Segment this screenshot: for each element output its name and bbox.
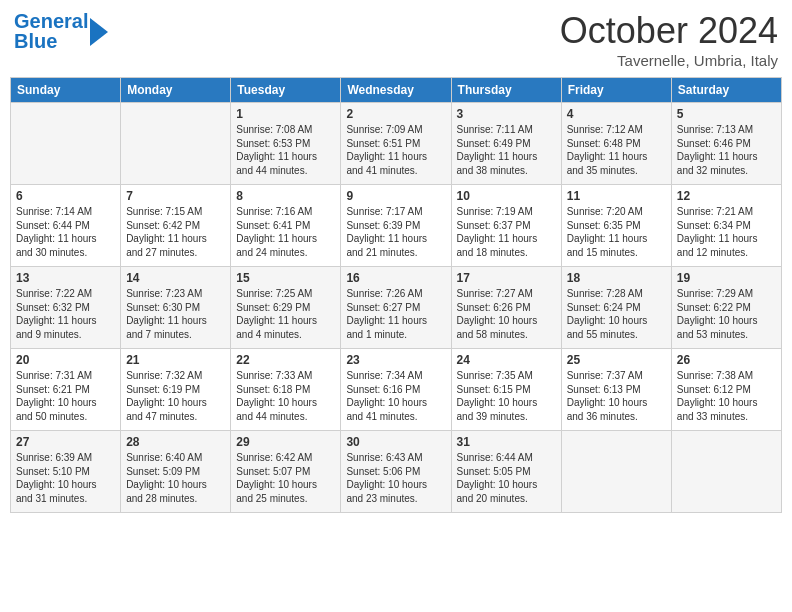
day-number: 19 [677, 271, 776, 285]
day-number: 7 [126, 189, 225, 203]
day-number: 12 [677, 189, 776, 203]
calendar-cell [561, 431, 671, 513]
day-detail: Sunrise: 7:12 AMSunset: 6:48 PMDaylight:… [567, 123, 666, 177]
day-detail: Sunrise: 7:29 AMSunset: 6:22 PMDaylight:… [677, 287, 776, 341]
day-detail: Sunrise: 7:11 AMSunset: 6:49 PMDaylight:… [457, 123, 556, 177]
calendar-cell: 12Sunrise: 7:21 AMSunset: 6:34 PMDayligh… [671, 185, 781, 267]
day-number: 31 [457, 435, 556, 449]
day-number: 9 [346, 189, 445, 203]
day-detail: Sunrise: 7:23 AMSunset: 6:30 PMDaylight:… [126, 287, 225, 341]
calendar-cell: 24Sunrise: 7:35 AMSunset: 6:15 PMDayligh… [451, 349, 561, 431]
day-number: 17 [457, 271, 556, 285]
day-number: 26 [677, 353, 776, 367]
day-number: 1 [236, 107, 335, 121]
calendar-cell: 23Sunrise: 7:34 AMSunset: 6:16 PMDayligh… [341, 349, 451, 431]
calendar-cell: 3Sunrise: 7:11 AMSunset: 6:49 PMDaylight… [451, 103, 561, 185]
day-number: 30 [346, 435, 445, 449]
day-detail: Sunrise: 7:34 AMSunset: 6:16 PMDaylight:… [346, 369, 445, 423]
day-detail: Sunrise: 7:15 AMSunset: 6:42 PMDaylight:… [126, 205, 225, 259]
day-detail: Sunrise: 7:28 AMSunset: 6:24 PMDaylight:… [567, 287, 666, 341]
day-detail: Sunrise: 7:22 AMSunset: 6:32 PMDaylight:… [16, 287, 115, 341]
day-detail: Sunrise: 7:17 AMSunset: 6:39 PMDaylight:… [346, 205, 445, 259]
col-header-sunday: Sunday [11, 78, 121, 103]
day-number: 3 [457, 107, 556, 121]
calendar-cell: 10Sunrise: 7:19 AMSunset: 6:37 PMDayligh… [451, 185, 561, 267]
day-detail: Sunrise: 7:20 AMSunset: 6:35 PMDaylight:… [567, 205, 666, 259]
calendar-cell [11, 103, 121, 185]
calendar-cell: 13Sunrise: 7:22 AMSunset: 6:32 PMDayligh… [11, 267, 121, 349]
day-detail: Sunrise: 7:31 AMSunset: 6:21 PMDaylight:… [16, 369, 115, 423]
day-number: 25 [567, 353, 666, 367]
day-detail: Sunrise: 7:14 AMSunset: 6:44 PMDaylight:… [16, 205, 115, 259]
day-detail: Sunrise: 7:08 AMSunset: 6:53 PMDaylight:… [236, 123, 335, 177]
day-detail: Sunrise: 7:21 AMSunset: 6:34 PMDaylight:… [677, 205, 776, 259]
day-number: 18 [567, 271, 666, 285]
calendar-week-row: 6Sunrise: 7:14 AMSunset: 6:44 PMDaylight… [11, 185, 782, 267]
calendar-cell: 28Sunrise: 6:40 AMSunset: 5:09 PMDayligh… [121, 431, 231, 513]
calendar-cell [121, 103, 231, 185]
day-detail: Sunrise: 7:33 AMSunset: 6:18 PMDaylight:… [236, 369, 335, 423]
day-number: 14 [126, 271, 225, 285]
calendar-cell: 6Sunrise: 7:14 AMSunset: 6:44 PMDaylight… [11, 185, 121, 267]
calendar-cell: 5Sunrise: 7:13 AMSunset: 6:46 PMDaylight… [671, 103, 781, 185]
day-number: 23 [346, 353, 445, 367]
calendar-cell: 29Sunrise: 6:42 AMSunset: 5:07 PMDayligh… [231, 431, 341, 513]
calendar-cell: 30Sunrise: 6:43 AMSunset: 5:06 PMDayligh… [341, 431, 451, 513]
day-detail: Sunrise: 7:38 AMSunset: 6:12 PMDaylight:… [677, 369, 776, 423]
day-detail: Sunrise: 7:13 AMSunset: 6:46 PMDaylight:… [677, 123, 776, 177]
day-detail: Sunrise: 7:25 AMSunset: 6:29 PMDaylight:… [236, 287, 335, 341]
day-detail: Sunrise: 7:37 AMSunset: 6:13 PMDaylight:… [567, 369, 666, 423]
calendar-cell: 18Sunrise: 7:28 AMSunset: 6:24 PMDayligh… [561, 267, 671, 349]
calendar-cell: 16Sunrise: 7:26 AMSunset: 6:27 PMDayligh… [341, 267, 451, 349]
day-detail: Sunrise: 7:19 AMSunset: 6:37 PMDaylight:… [457, 205, 556, 259]
col-header-monday: Monday [121, 78, 231, 103]
calendar-cell: 27Sunrise: 6:39 AMSunset: 5:10 PMDayligh… [11, 431, 121, 513]
day-detail: Sunrise: 6:44 AMSunset: 5:05 PMDaylight:… [457, 451, 556, 505]
calendar-cell: 8Sunrise: 7:16 AMSunset: 6:41 PMDaylight… [231, 185, 341, 267]
calendar-week-row: 20Sunrise: 7:31 AMSunset: 6:21 PMDayligh… [11, 349, 782, 431]
calendar-cell: 14Sunrise: 7:23 AMSunset: 6:30 PMDayligh… [121, 267, 231, 349]
day-number: 4 [567, 107, 666, 121]
day-detail: Sunrise: 6:43 AMSunset: 5:06 PMDaylight:… [346, 451, 445, 505]
title-section: October 2024 Tavernelle, Umbria, Italy [560, 10, 778, 69]
day-number: 13 [16, 271, 115, 285]
day-number: 27 [16, 435, 115, 449]
calendar-cell: 11Sunrise: 7:20 AMSunset: 6:35 PMDayligh… [561, 185, 671, 267]
day-number: 11 [567, 189, 666, 203]
calendar-cell: 1Sunrise: 7:08 AMSunset: 6:53 PMDaylight… [231, 103, 341, 185]
day-number: 10 [457, 189, 556, 203]
calendar-cell: 22Sunrise: 7:33 AMSunset: 6:18 PMDayligh… [231, 349, 341, 431]
day-number: 15 [236, 271, 335, 285]
calendar-week-row: 1Sunrise: 7:08 AMSunset: 6:53 PMDaylight… [11, 103, 782, 185]
calendar-cell [671, 431, 781, 513]
calendar-header-row: SundayMondayTuesdayWednesdayThursdayFrid… [11, 78, 782, 103]
page-header: General Blue October 2024 Tavernelle, Um… [10, 10, 782, 69]
calendar-cell: 7Sunrise: 7:15 AMSunset: 6:42 PMDaylight… [121, 185, 231, 267]
logo-arrow-icon [90, 18, 108, 46]
location-subtitle: Tavernelle, Umbria, Italy [560, 52, 778, 69]
day-number: 24 [457, 353, 556, 367]
day-number: 8 [236, 189, 335, 203]
day-number: 16 [346, 271, 445, 285]
col-header-saturday: Saturday [671, 78, 781, 103]
day-detail: Sunrise: 6:42 AMSunset: 5:07 PMDaylight:… [236, 451, 335, 505]
calendar-cell: 19Sunrise: 7:29 AMSunset: 6:22 PMDayligh… [671, 267, 781, 349]
day-number: 29 [236, 435, 335, 449]
col-header-thursday: Thursday [451, 78, 561, 103]
logo-line1: General [14, 10, 88, 32]
day-detail: Sunrise: 7:27 AMSunset: 6:26 PMDaylight:… [457, 287, 556, 341]
calendar-cell: 31Sunrise: 6:44 AMSunset: 5:05 PMDayligh… [451, 431, 561, 513]
col-header-tuesday: Tuesday [231, 78, 341, 103]
calendar-table: SundayMondayTuesdayWednesdayThursdayFrid… [10, 77, 782, 513]
day-detail: Sunrise: 6:39 AMSunset: 5:10 PMDaylight:… [16, 451, 115, 505]
logo: General Blue [14, 10, 108, 52]
calendar-cell: 20Sunrise: 7:31 AMSunset: 6:21 PMDayligh… [11, 349, 121, 431]
day-number: 28 [126, 435, 225, 449]
col-header-wednesday: Wednesday [341, 78, 451, 103]
calendar-week-row: 27Sunrise: 6:39 AMSunset: 5:10 PMDayligh… [11, 431, 782, 513]
day-number: 5 [677, 107, 776, 121]
logo-line2: Blue [14, 30, 88, 52]
calendar-cell: 25Sunrise: 7:37 AMSunset: 6:13 PMDayligh… [561, 349, 671, 431]
calendar-cell: 2Sunrise: 7:09 AMSunset: 6:51 PMDaylight… [341, 103, 451, 185]
day-detail: Sunrise: 7:09 AMSunset: 6:51 PMDaylight:… [346, 123, 445, 177]
